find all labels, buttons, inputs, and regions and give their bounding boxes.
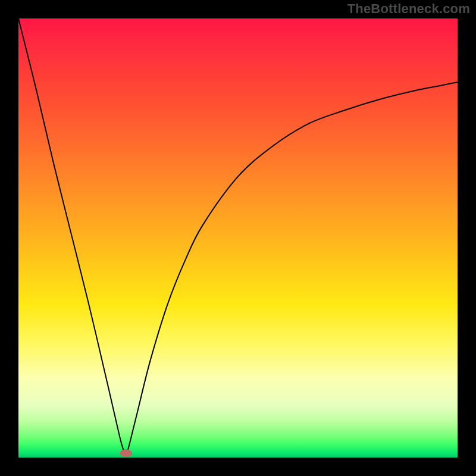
- plot-area: [18, 18, 458, 458]
- curve-layer: [18, 18, 458, 458]
- chart-frame: TheBottleneck.com: [0, 0, 476, 476]
- bottleneck-curve: [18, 18, 458, 453]
- watermark-text: TheBottleneck.com: [347, 1, 470, 17]
- min-marker: [120, 449, 132, 457]
